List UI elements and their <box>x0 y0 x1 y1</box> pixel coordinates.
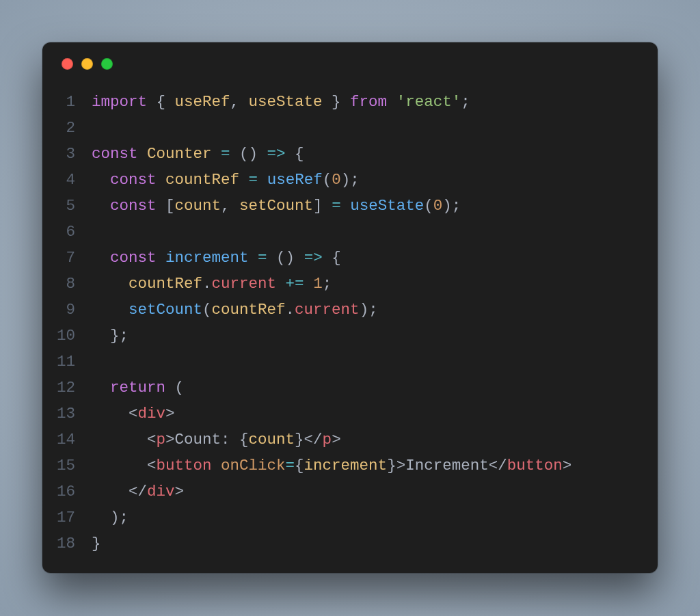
token-prop: current <box>212 275 277 293</box>
code-line[interactable]: 8 countRef.current += 1; <box>42 271 658 297</box>
token-def <box>157 249 166 267</box>
code-line[interactable]: 17 ); <box>42 505 658 531</box>
line-number: 12 <box>42 375 92 401</box>
token-def <box>239 171 249 189</box>
close-icon[interactable] <box>62 58 73 70</box>
code-content[interactable]: <div> <box>92 401 658 427</box>
code-line[interactable]: 14 <p>Count: {count}</p> <box>42 427 658 453</box>
code-editor[interactable]: 1import { useRef, useState } from 'react… <box>42 85 658 557</box>
code-line[interactable]: 3const Counter = () => { <box>42 141 658 167</box>
token-def <box>249 249 258 267</box>
code-line[interactable]: 1import { useRef, useState } from 'react… <box>42 89 658 115</box>
token-num: 0 <box>332 171 341 189</box>
token-var: count <box>249 431 295 448</box>
token-def: > <box>175 483 185 500</box>
code-content[interactable]: import { useRef, useState } from 'react'… <box>92 89 658 115</box>
token-def: }> <box>387 457 405 474</box>
line-number: 10 <box>42 323 92 349</box>
code-line[interactable]: 16 </div> <box>42 479 658 505</box>
code-line[interactable]: 6 <box>42 219 658 245</box>
zoom-icon[interactable] <box>101 58 113 70</box>
code-content[interactable]: return ( <box>92 375 658 401</box>
line-number: 16 <box>42 479 92 505</box>
token-tag: button <box>157 457 212 474</box>
code-content[interactable]: const increment = () => { <box>92 245 658 271</box>
token-def: [ <box>157 197 175 215</box>
code-content[interactable]: const Counter = () => { <box>92 141 658 167</box>
token-prop: current <box>295 301 360 319</box>
token-def: { <box>239 431 249 448</box>
window-titlebar <box>42 42 658 85</box>
token-op: = <box>258 249 267 267</box>
token-var: increment <box>304 457 388 474</box>
line-number: 2 <box>42 115 92 141</box>
minimize-icon[interactable] <box>81 58 93 70</box>
code-content[interactable]: } <box>92 531 658 557</box>
token-key: const <box>110 171 157 189</box>
code-line[interactable]: 15 <button onClick={increment}>Increment… <box>42 453 658 479</box>
token-key: const <box>92 145 138 163</box>
token-fn: increment <box>165 249 249 267</box>
line-number: 5 <box>42 193 92 219</box>
token-def <box>212 457 221 474</box>
code-line[interactable]: 5 const [count, setCount] = useState(0); <box>42 193 658 219</box>
token-str: 'react' <box>396 93 461 111</box>
token-def: ; <box>461 93 470 111</box>
code-line[interactable]: 2 <box>42 115 658 141</box>
code-content[interactable]: const [count, setCount] = useState(0); <box>92 193 658 219</box>
token-def: }; <box>92 327 129 345</box>
token-def: . <box>286 301 295 319</box>
token-def: ( <box>165 379 184 397</box>
code-content[interactable]: <button onClick={increment}>Increment</b… <box>92 453 658 479</box>
token-def: , <box>221 197 239 215</box>
token-def: ); <box>442 197 461 215</box>
token-def <box>341 197 351 215</box>
token-def: } <box>92 535 101 552</box>
code-content[interactable]: }; <box>92 323 658 349</box>
code-content[interactable]: setCount(countRef.current); <box>92 297 658 323</box>
code-content[interactable] <box>92 219 658 245</box>
token-def <box>157 171 166 189</box>
line-number: 6 <box>42 219 92 245</box>
line-number: 7 <box>42 245 92 271</box>
token-def <box>92 249 110 267</box>
code-content[interactable]: const countRef = useRef(0); <box>92 167 658 193</box>
token-def: > <box>563 457 572 474</box>
code-line[interactable]: 7 const increment = () => { <box>42 245 658 271</box>
token-op: => <box>267 145 286 163</box>
token-var: setCount <box>239 197 313 215</box>
token-tag: p <box>323 431 332 448</box>
token-def <box>92 275 129 293</box>
line-number: 17 <box>42 505 92 531</box>
code-line[interactable]: 10 }; <box>42 323 658 349</box>
code-line[interactable]: 18} <box>42 531 658 557</box>
code-line[interactable]: 11 <box>42 349 658 375</box>
token-def: </ <box>92 483 147 500</box>
token-var: countRef <box>165 171 239 189</box>
token-attr: onClick <box>221 457 286 474</box>
code-line[interactable]: 9 setCount(countRef.current); <box>42 297 658 323</box>
code-line[interactable]: 12 return ( <box>42 375 658 401</box>
line-number: 15 <box>42 453 92 479</box>
token-num: 0 <box>433 197 443 215</box>
token-plain: Count: <box>175 431 240 448</box>
code-content[interactable]: ); <box>92 505 658 531</box>
token-def: < <box>92 457 157 474</box>
code-line[interactable]: 13 <div> <box>42 401 658 427</box>
code-content[interactable]: </div> <box>92 479 658 505</box>
token-def: < <box>92 405 138 423</box>
code-line[interactable]: 4 const countRef = useRef(0); <box>42 167 658 193</box>
code-content[interactable] <box>92 115 658 141</box>
token-key: const <box>110 249 157 267</box>
token-var: useRef <box>175 93 230 111</box>
token-var: useState <box>249 93 323 111</box>
code-content[interactable]: countRef.current += 1; <box>92 271 658 297</box>
code-content[interactable] <box>92 349 658 375</box>
token-op: = <box>332 197 341 215</box>
token-def <box>92 301 129 319</box>
token-def: ; <box>323 275 332 293</box>
code-content[interactable]: <p>Count: {count}</p> <box>92 427 658 453</box>
token-def: { <box>147 93 175 111</box>
token-var: countRef <box>129 275 202 293</box>
token-op: = <box>221 145 230 163</box>
